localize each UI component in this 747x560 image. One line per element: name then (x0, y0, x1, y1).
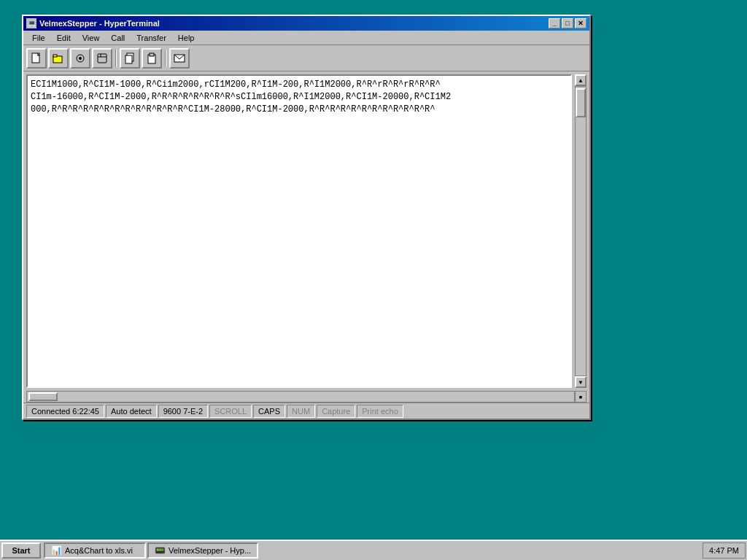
new-button[interactable] (26, 48, 47, 69)
scroll-up-button[interactable]: ▲ (575, 74, 587, 86)
close-button[interactable]: ✕ (575, 18, 587, 28)
taskbar-clock: 4:47 PM (703, 542, 746, 559)
copy-button[interactable] (120, 48, 140, 69)
taskbar: Start 📊 Acq&Chart to xls.vi 📟 VelmexStep… (0, 540, 747, 560)
window-title: VelmexStepper - HyperTerminal (39, 19, 160, 28)
toolbar-separator-2 (165, 50, 166, 67)
taskbar-label-hyp: VelmexStepper - Hyp... (169, 546, 251, 555)
hscroll-thumb[interactable] (28, 392, 58, 401)
status-scroll: SCROLL (209, 405, 252, 418)
properties-button[interactable] (70, 48, 90, 69)
open-button[interactable] (48, 48, 69, 69)
taskbar-icon-acq: 📊 (51, 545, 62, 556)
toolbar-separator-1 (115, 50, 117, 67)
send-button[interactable] (169, 48, 190, 69)
settings-button[interactable] (92, 48, 112, 69)
terminal-text: ECI1M1000,R^CI1M-1000,R^Ci1m2000,rCI1M20… (31, 79, 568, 115)
vertical-scrollbar[interactable]: ▲ ▼ (575, 74, 587, 388)
menu-help[interactable]: Help (172, 31, 201, 44)
window-icon: 💻 (26, 18, 36, 28)
status-baud: 9600 7-E-2 (158, 405, 208, 418)
status-connected: Connected 6:22:45 (26, 405, 104, 418)
svg-rect-9 (125, 55, 132, 63)
paste-button[interactable] (142, 48, 162, 69)
statusbar: Connected 6:22:45 Auto detect 9600 7-E-2… (23, 402, 589, 419)
status-num: NUM (287, 405, 315, 418)
start-button[interactable]: Start (1, 542, 41, 559)
terminal-container: ECI1M1000,R^CI1M-1000,R^Ci1m2000,rCI1M20… (23, 71, 589, 391)
menu-view[interactable]: View (77, 31, 106, 44)
hscroll-track[interactable] (26, 391, 575, 402)
taskbar-label-acq: Acq&Chart to xls.vi (65, 546, 133, 555)
minimize-button[interactable]: _ (549, 18, 560, 28)
menu-transfer[interactable]: Transfer (131, 31, 172, 44)
svg-rect-2 (53, 55, 57, 57)
status-detect: Auto detect (106, 405, 157, 418)
status-capture: Capture (317, 405, 355, 418)
taskbar-item-acq[interactable]: 📊 Acq&Chart to xls.vi (44, 542, 146, 559)
scroll-track[interactable] (575, 86, 587, 376)
status-print-echo: Print echo (357, 405, 403, 418)
menubar: File Edit View Call Transfer Help (23, 31, 589, 45)
menu-call[interactable]: Call (105, 31, 131, 44)
main-window: 💻 VelmexStepper - HyperTerminal _ □ ✕ Fi… (22, 15, 591, 420)
menu-file[interactable]: File (26, 31, 51, 44)
taskbar-item-hyp[interactable]: 📟 VelmexStepper - Hyp... (147, 542, 258, 559)
hscroll-container: ◾ (23, 391, 589, 402)
corner-box[interactable]: ◾ (575, 391, 587, 402)
taskbar-items: 📊 Acq&Chart to xls.vi 📟 VelmexStepper - … (41, 542, 703, 559)
svg-rect-11 (150, 53, 154, 56)
svg-rect-5 (98, 54, 107, 63)
toolbar (23, 45, 589, 71)
titlebar-left: 💻 VelmexStepper - HyperTerminal (26, 18, 160, 28)
status-caps: CAPS (253, 405, 285, 418)
titlebar: 💻 VelmexStepper - HyperTerminal _ □ ✕ (23, 16, 589, 31)
scroll-thumb[interactable] (576, 88, 586, 117)
scroll-down-button[interactable]: ▼ (575, 376, 587, 388)
menu-edit[interactable]: Edit (51, 31, 77, 44)
titlebar-buttons: _ □ ✕ (549, 18, 587, 28)
maximize-button[interactable]: □ (562, 18, 573, 28)
taskbar-icon-hyp: 📟 (155, 545, 166, 556)
svg-point-4 (79, 57, 82, 60)
terminal-area[interactable]: ECI1M1000,R^CI1M-1000,R^Ci1m2000,rCI1M20… (26, 74, 572, 388)
